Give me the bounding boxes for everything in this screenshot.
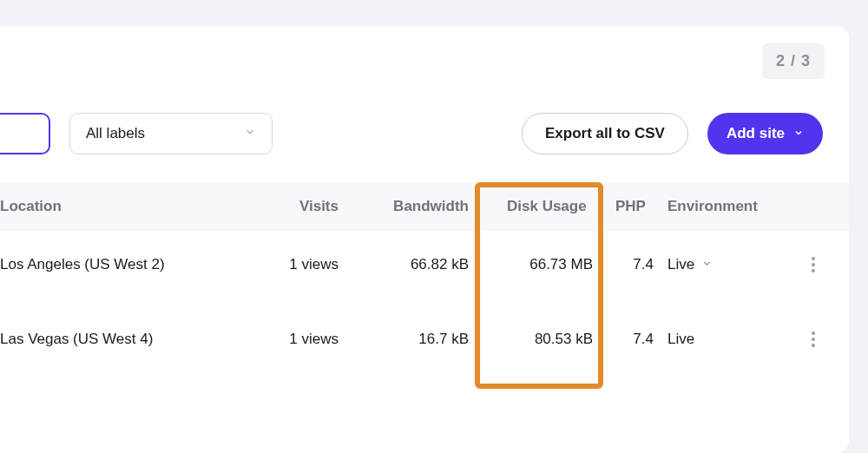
row-actions (760, 252, 846, 278)
location-cell: Los Angeles (US West 2) (0, 253, 260, 276)
bandwidth-cell: 66.82 kB (356, 256, 486, 273)
more-actions-button[interactable] (806, 252, 820, 278)
table-row: Las Vegas (US West 4) 1 views 16.7 kB 80… (0, 305, 849, 373)
kebab-dot-icon (812, 269, 815, 272)
kebab-dot-icon (812, 263, 815, 266)
pagination-badge: 2 / 3 (762, 43, 825, 79)
visits-cell: 1 views (260, 331, 356, 348)
bandwidth-cell: 16.7 kB (356, 331, 486, 348)
page-card: 2 / 3 All labels Export all to CSV Add s… (0, 26, 849, 453)
add-site-label: Add site (727, 125, 785, 142)
col-header-bandwidth: Bandwidth (356, 198, 486, 215)
kebab-dot-icon (812, 257, 815, 260)
export-csv-button[interactable]: Export all to CSV (522, 113, 688, 154)
col-header-disk: Disk Usage (486, 198, 610, 215)
table-header-row: Location Visits Bandwidth Disk Usage PHP… (0, 182, 849, 231)
add-site-button[interactable]: Add site (707, 113, 823, 154)
disk-usage-cell: 80.53 kB (486, 331, 610, 348)
disk-usage-cell: 66.73 MB (486, 256, 610, 273)
sites-table: Location Visits Bandwidth Disk Usage PHP… (0, 182, 849, 373)
col-header-php: PHP (610, 198, 655, 215)
kebab-dot-icon (812, 338, 815, 341)
search-input[interactable] (0, 113, 50, 154)
toolbar: All labels Export all to CSV Add site (0, 113, 823, 154)
col-header-location: Location (0, 198, 260, 215)
environment-label: Live (667, 256, 694, 273)
col-header-environment: Environment (655, 198, 846, 215)
visits-cell: 1 views (260, 256, 356, 273)
col-header-visits: Visits (260, 198, 356, 215)
chevron-down-icon (793, 128, 804, 141)
environment-label: Live (667, 331, 694, 348)
location-cell: Las Vegas (US West 4) (0, 328, 260, 351)
export-csv-label: Export all to CSV (545, 125, 665, 142)
more-actions-button[interactable] (806, 326, 820, 352)
chevron-down-icon (701, 258, 713, 272)
kebab-dot-icon (812, 332, 815, 335)
labels-filter-text: All labels (86, 125, 145, 142)
row-actions (760, 326, 846, 352)
environment-cell[interactable]: Live (655, 256, 760, 273)
chevron-down-icon (244, 125, 256, 142)
table-row: Los Angeles (US West 2) 1 views 66.82 kB… (0, 231, 849, 299)
php-cell: 7.4 (610, 256, 655, 273)
environment-cell: Live (655, 331, 760, 348)
kebab-dot-icon (812, 344, 815, 347)
labels-filter-select[interactable]: All labels (69, 113, 273, 154)
php-cell: 7.4 (610, 331, 655, 348)
